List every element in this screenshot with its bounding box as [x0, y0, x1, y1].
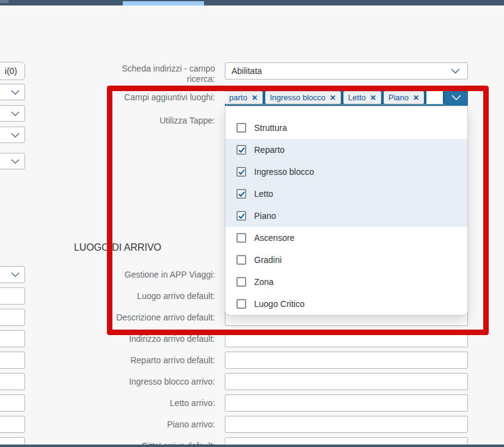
token-remove-icon[interactable]: ✕ — [370, 94, 376, 102]
dropdown-item[interactable]: Zona — [225, 271, 467, 293]
address-search-label-line2: ricerca: — [0, 74, 215, 84]
checkbox[interactable] — [236, 145, 246, 155]
checkbox-check-icon — [238, 191, 245, 197]
checkbox[interactable] — [236, 277, 246, 287]
shell-bottom-bar — [0, 445, 504, 447]
dropdown-item[interactable]: Ascensore — [225, 227, 467, 249]
chevron-down-icon — [11, 132, 20, 138]
dropdown-item-label: Piano — [254, 211, 276, 221]
dropdown-item-label: Ascensore — [254, 233, 294, 243]
multi-input-text-field[interactable] — [426, 91, 443, 104]
arrival-field-input[interactable] — [225, 416, 468, 433]
chevron-down-icon — [11, 158, 20, 164]
arrival-field-label: Reparto arrivo default: — [0, 352, 215, 369]
dropdown-item[interactable]: Luogo Critico — [225, 293, 467, 315]
extra-fields-dropdown-list: StrutturaRepartoIngresso bloccoLettoPian… — [225, 106, 468, 316]
dropdown-item-label: Letto — [254, 189, 273, 199]
checkbox[interactable] — [236, 189, 246, 199]
checkbox[interactable] — [236, 299, 246, 309]
shell-top-bar — [0, 0, 504, 6]
dropdown-item[interactable]: Struttura — [225, 117, 467, 139]
arrival-field-label: Luogo arrivo default: — [0, 287, 215, 305]
checkbox[interactable] — [236, 211, 246, 221]
checkbox-check-icon — [238, 147, 245, 153]
token-label: Ingresso blocco — [270, 93, 326, 102]
checkbox-check-icon — [238, 169, 245, 175]
selected-token[interactable]: Piano✕ — [384, 91, 424, 104]
dropdown-item-label: Zona — [254, 277, 274, 287]
arrival-field-input[interactable] — [225, 352, 468, 369]
token-remove-icon[interactable]: ✕ — [330, 94, 336, 102]
address-search-label-line1: Scheda indirizzi - campo — [0, 64, 215, 74]
token-row: parto✕Ingresso blocco✕Letto✕Piano✕ — [225, 91, 424, 104]
app-window: i(0) Scheda indirizzi - campo ricerca: A… — [0, 0, 504, 447]
arrival-field-label: Gestione in APP Viaggi: — [0, 266, 215, 283]
extra-fields-multi-input[interactable]: parto✕Ingresso blocco✕Letto✕Piano✕ — [225, 89, 468, 106]
selected-token[interactable]: Letto✕ — [343, 91, 381, 104]
checkbox[interactable] — [236, 255, 246, 265]
dropdown-item[interactable]: Gradini — [225, 249, 467, 271]
dropdown-item[interactable]: Reparto — [225, 139, 467, 161]
token-remove-icon[interactable]: ✕ — [252, 94, 258, 102]
arrival-field-input[interactable] — [225, 394, 468, 412]
arrival-field-input[interactable] — [225, 330, 468, 347]
chevron-down-icon — [451, 95, 461, 100]
dropdown-item-label: Ingresso blocco — [254, 167, 314, 177]
arrival-field-label: Piano arrivo: — [0, 416, 215, 433]
selected-token[interactable]: Ingresso blocco✕ — [265, 91, 341, 104]
token-label: Letto — [348, 93, 366, 102]
extra-fields-label: Campi aggiuntivi luoghi: — [0, 89, 215, 106]
dropdown-item[interactable]: Piano — [225, 205, 467, 227]
token-label: Piano — [389, 93, 409, 102]
arrival-field-label: Ingresso blocco arrivo: — [0, 373, 215, 390]
dropdown-item-label: Luogo Critico — [254, 299, 305, 309]
dropdown-item[interactable]: Letto — [225, 183, 467, 205]
dropdown-item[interactable]: Ingresso blocco — [225, 161, 467, 183]
section-title-luogo-di-arrivo: LUOGO DI ARRIVO — [37, 242, 199, 253]
arrival-field-label: Indirizzo arrivo default: — [0, 330, 215, 347]
selected-token[interactable]: parto✕ — [225, 91, 263, 104]
arrival-field-input[interactable] — [225, 373, 468, 390]
shell-top-corner — [0, 0, 9, 3]
address-search-select[interactable]: Abilitata — [225, 62, 468, 79]
dropdown-item-label: Struttura — [254, 123, 287, 133]
clipped-select[interactable] — [0, 127, 25, 143]
arrival-field-label: Letto arrivo: — [0, 394, 215, 412]
token-remove-icon[interactable]: ✕ — [413, 94, 419, 102]
arrival-field-label: Descrizione arrivo default: — [0, 309, 215, 326]
multi-input-arrow-button[interactable] — [445, 89, 468, 106]
chevron-down-icon — [11, 132, 20, 138]
tappe-label: Utilizza Tappe: — [0, 112, 215, 129]
checkbox[interactable] — [236, 123, 246, 133]
chevron-down-icon — [11, 158, 20, 164]
checkbox-check-icon — [238, 213, 245, 219]
token-label: parto — [229, 93, 247, 102]
dropdown-item-label: Reparto — [254, 145, 285, 155]
address-search-value: Abilitata — [232, 66, 262, 76]
checkbox[interactable] — [236, 167, 246, 177]
clipped-select[interactable] — [0, 153, 25, 169]
shell-tab-accent — [123, 1, 204, 6]
address-search-label: Scheda indirizzi - campo ricerca: — [0, 64, 215, 84]
dropdown-item-label: Gradini — [254, 255, 282, 265]
checkbox[interactable] — [236, 233, 246, 243]
chevron-down-icon — [451, 68, 460, 74]
